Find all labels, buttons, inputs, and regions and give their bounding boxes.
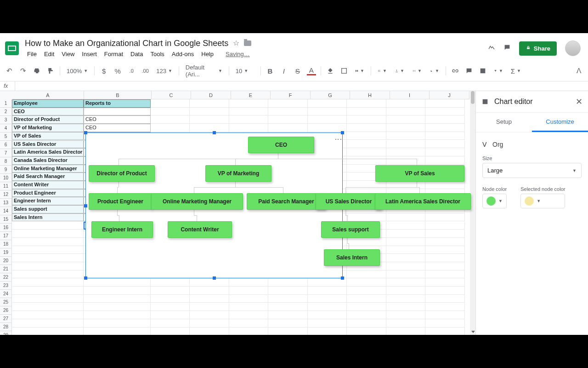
row-header-21[interactable]: 21	[0, 265, 12, 273]
move-folder-icon[interactable]	[244, 40, 251, 46]
redo-button[interactable]: ↷	[18, 66, 28, 75]
row-header-29[interactable]: 29	[0, 331, 12, 335]
org-node-vpm[interactable]: VP of Marketing	[205, 165, 271, 182]
row-header-25[interactable]: 25	[0, 298, 12, 306]
col-header-B[interactable]: B	[84, 91, 152, 99]
cell[interactable]: CEO	[84, 115, 151, 124]
row-header-23[interactable]: 23	[0, 282, 12, 290]
resize-handle-n[interactable]	[213, 131, 216, 134]
account-avatar[interactable]	[565, 40, 581, 56]
undo-button[interactable]: ↶	[5, 66, 14, 75]
cell[interactable]: VP of Marketing	[12, 124, 84, 132]
decrease-decimal-button[interactable]: .0	[127, 66, 136, 75]
cell[interactable]: US Sales Director	[12, 140, 84, 149]
chart-menu-icon[interactable]: ⋮	[337, 136, 339, 143]
row-header-5[interactable]: 5	[0, 132, 12, 141]
fill-color-button[interactable]	[326, 66, 335, 75]
col-header-H[interactable]: H	[350, 91, 390, 99]
cell[interactable]: Content Writer	[12, 181, 84, 189]
cell[interactable]: Sales Intern	[12, 213, 84, 222]
org-section-header[interactable]: ᐯ Org	[482, 137, 582, 152]
org-node-ceo[interactable]: CEO	[248, 137, 314, 153]
row-header-12[interactable]: 12	[0, 190, 12, 199]
row-header-16[interactable]: 16	[0, 224, 12, 232]
column-headers[interactable]: ABCDEFGHIJ	[12, 91, 469, 99]
org-node-ei[interactable]: Engineer Intern	[91, 221, 153, 238]
cell[interactable]	[84, 108, 151, 116]
row-headers[interactable]: 1234567891011121314151617181920212223242…	[0, 99, 12, 335]
borders-button[interactable]	[339, 66, 349, 75]
row-header-14[interactable]: 14	[0, 207, 12, 215]
cell[interactable]: Director of Product	[12, 115, 84, 124]
row-header-1[interactable]: 1	[0, 99, 12, 108]
row-header-15[interactable]: 15	[0, 215, 12, 224]
h-align-button[interactable]: ▼	[376, 65, 389, 76]
italic-button[interactable]: I	[279, 66, 288, 75]
cell[interactable]: CEO	[84, 124, 151, 132]
row-header-6[interactable]: 6	[0, 141, 12, 149]
number-format-select[interactable]: 123▼	[154, 67, 174, 75]
star-icon[interactable]: ☆	[233, 39, 239, 47]
comments-icon[interactable]	[503, 44, 511, 53]
scroll-down-arrow[interactable]	[471, 331, 475, 333]
comment-button[interactable]	[464, 66, 474, 75]
cell[interactable]: Paid Search Manager	[12, 172, 84, 181]
menu-insert[interactable]: Insert	[79, 49, 100, 59]
menu-format[interactable]: Format	[101, 49, 126, 59]
col-header-E[interactable]: E	[231, 91, 271, 99]
row-header-2[interactable]: 2	[0, 108, 12, 116]
text-color-button[interactable]: A	[307, 66, 316, 75]
resize-handle-sw[interactable]	[84, 276, 87, 280]
row-header-7[interactable]: 7	[0, 149, 12, 157]
col-header-C[interactable]: C	[152, 91, 191, 99]
currency-button[interactable]: $	[99, 66, 108, 75]
row-header-3[interactable]: 3	[0, 116, 12, 124]
cell[interactable]: Sales support	[12, 205, 84, 213]
row-header-27[interactable]: 27	[0, 315, 12, 323]
increase-decimal-button[interactable]: .00	[141, 66, 150, 75]
menu-file[interactable]: File	[24, 49, 40, 59]
org-node-usd[interactable]: US Sales Director	[316, 193, 382, 210]
org-node-dop[interactable]: Director of Product	[89, 165, 155, 182]
menu-view[interactable]: View	[58, 49, 78, 59]
cell[interactable]: Product Engineer	[12, 189, 84, 197]
org-chart-object[interactable]: ⋮ CEODirector of ProductVP of MarketingV…	[85, 132, 343, 278]
row-header-11[interactable]: 11	[0, 182, 12, 190]
cell[interactable]: Employee	[12, 99, 84, 108]
org-node-ss[interactable]: Sales support	[321, 221, 380, 238]
org-node-cw[interactable]: Content Writer	[168, 221, 232, 238]
cell[interactable]: Reports to	[84, 99, 151, 108]
cell[interactable]: VP of Sales	[12, 132, 84, 140]
sheets-logo[interactable]	[4, 40, 20, 57]
share-button[interactable]: Share	[519, 41, 557, 56]
col-header-J[interactable]: J	[430, 91, 469, 99]
print-button[interactable]	[32, 66, 41, 75]
rotate-button[interactable]: ▼	[428, 65, 441, 76]
resize-handle-nw[interactable]	[84, 131, 87, 134]
col-header-F[interactable]: F	[271, 91, 311, 99]
insert-chart-button[interactable]	[478, 66, 487, 75]
spreadsheet-area[interactable]: ABCDEFGHIJ 12345678910111213141516171819…	[0, 91, 475, 335]
resize-handle-ne[interactable]	[341, 131, 344, 134]
menu-addons[interactable]: Add-ons	[169, 49, 197, 59]
wrap-button[interactable]: ▼	[411, 65, 424, 76]
row-header-9[interactable]: 9	[0, 166, 12, 174]
col-header-A[interactable]: A	[12, 91, 84, 99]
col-header-I[interactable]: I	[390, 91, 430, 99]
row-header-17[interactable]: 17	[0, 232, 12, 240]
zoom-select[interactable]: 100%▼	[65, 67, 90, 75]
filter-button[interactable]: ▼	[492, 65, 505, 76]
org-node-lasd[interactable]: Latin America Sales Director	[375, 193, 471, 210]
org-node-si[interactable]: Sales Intern	[324, 249, 380, 266]
cell[interactable]: Online Marketing Manager	[12, 165, 84, 173]
cell[interactable]: CEO	[12, 108, 84, 116]
link-button[interactable]	[451, 66, 460, 75]
org-node-omm[interactable]: Online Marketing Manager	[151, 193, 243, 210]
paint-format-button[interactable]	[46, 66, 55, 75]
cell[interactable]: Engineer Intern	[12, 197, 84, 205]
menu-help[interactable]: Help	[198, 49, 217, 59]
functions-button[interactable]: Σ▼	[509, 65, 522, 76]
org-node-pe[interactable]: Product Engineer	[89, 193, 152, 210]
row-header-26[interactable]: 26	[0, 306, 12, 315]
doc-title[interactable]: How to Make an Organizational Chart in G…	[23, 38, 228, 48]
